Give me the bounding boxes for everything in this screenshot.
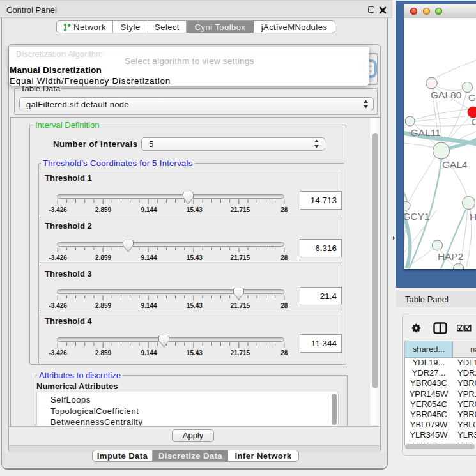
svg-text:GCY1: GCY1 [404,211,430,222]
svg-text:GAL11: GAL11 [411,127,441,138]
svg-text:GAL4: GAL4 [442,159,468,170]
svg-text:C: C [472,116,476,127]
svg-text:HIS: HIS [470,211,476,222]
svg-text:GAL80: GAL80 [431,89,462,100]
svg-text:GA: GA [468,92,476,103]
svg-text:HAP2: HAP2 [438,251,464,262]
